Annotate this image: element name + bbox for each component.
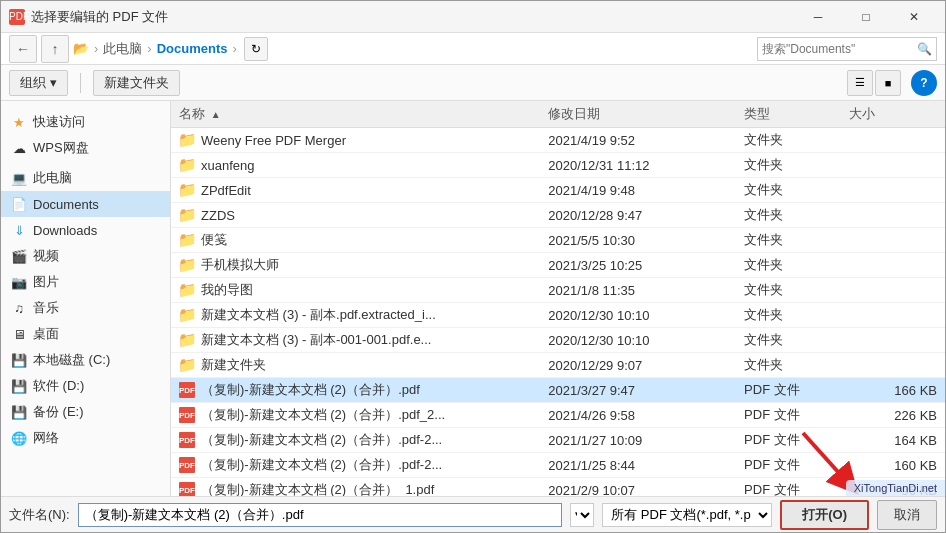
file-date-cell: 2020/12/30 10:10 <box>540 328 736 353</box>
search-box: 🔍 <box>757 37 937 61</box>
sidebar-item-this-pc[interactable]: 💻 此电脑 <box>1 165 170 191</box>
video-icon: 🎬 <box>11 248 27 264</box>
sidebar-item-network[interactable]: 🌐 网络 <box>1 425 170 451</box>
view-details-button[interactable]: ☰ <box>847 70 873 96</box>
file-size-cell <box>841 178 945 203</box>
title-bar-left: PDF 选择要编辑的 PDF 文件 <box>9 8 168 26</box>
breadcrumb-root[interactable]: 此电脑 <box>103 40 142 58</box>
table-row[interactable]: 📁 便笺 2021/5/5 10:30 文件夹 <box>171 228 945 253</box>
file-name-cell: 📁 新建文本文档 (3) - 副本.pdf.extracted_i... <box>171 303 540 328</box>
back-button[interactable]: ← <box>9 35 37 63</box>
file-date-cell: 2021/1/25 8:44 <box>540 453 736 478</box>
table-row[interactable]: 📁 我的导图 2021/1/8 11:35 文件夹 <box>171 278 945 303</box>
sidebar-label-wps: WPS网盘 <box>33 139 89 157</box>
breadcrumb-sep3: › <box>232 41 236 56</box>
table-row[interactable]: 📁 新建文本文档 (3) - 副本-001-001.pdf.e... 2020/… <box>171 328 945 353</box>
drive-d-icon: 💾 <box>11 378 27 394</box>
up-button[interactable]: ↑ <box>41 35 69 63</box>
filename-input[interactable] <box>78 503 563 527</box>
column-header-size[interactable]: 大小 <box>841 101 945 128</box>
minimize-button[interactable]: ─ <box>795 1 841 33</box>
breadcrumb-pc[interactable]: 📂 <box>73 41 89 56</box>
file-type-cell: PDF 文件 <box>736 403 840 428</box>
sidebar-item-pictures[interactable]: 📷 图片 <box>1 269 170 295</box>
sidebar-label-downloads: Downloads <box>33 223 97 238</box>
sort-indicator: ▲ <box>211 109 221 120</box>
file-size-cell <box>841 253 945 278</box>
filetype-dropdown[interactable]: 所有 PDF 文档(*.pdf, *.pdf) <box>602 503 772 527</box>
drive-c-icon: 💾 <box>11 352 27 368</box>
table-row[interactable]: 📁 ZPdfEdit 2021/4/19 9:48 文件夹 <box>171 178 945 203</box>
close-button[interactable]: ✕ <box>891 1 937 33</box>
folder-icon: 📁 <box>179 157 195 173</box>
drive-e-icon: 💾 <box>11 404 27 420</box>
file-name: （复制)-新建文本文档 (2)（合并）.pdf-2... <box>201 431 442 449</box>
file-name-cell: 📁 Weeny Free PDF Merger <box>171 128 540 153</box>
sidebar-item-videos[interactable]: 🎬 视频 <box>1 243 170 269</box>
view-icon-button[interactable]: ■ <box>875 70 901 96</box>
sidebar-label-desktop: 桌面 <box>33 325 59 343</box>
file-name-cell: 📁 ZPdfEdit <box>171 178 540 203</box>
file-type-cell: 文件夹 <box>736 228 840 253</box>
sidebar-label-music: 音乐 <box>33 299 59 317</box>
pictures-icon: 📷 <box>11 274 27 290</box>
sidebar-item-drive-e[interactable]: 💾 备份 (E:) <box>1 399 170 425</box>
file-date-cell: 2021/1/27 10:09 <box>540 428 736 453</box>
refresh-button[interactable]: ↻ <box>244 37 268 61</box>
music-icon: ♫ <box>11 300 27 316</box>
file-name-cell: 📁 我的导图 <box>171 278 540 303</box>
breadcrumb-current[interactable]: Documents <box>157 41 228 56</box>
sidebar-item-quick-access[interactable]: ★ 快速访问 <box>1 109 170 135</box>
file-name: （复制)-新建文本文档 (2)（合并）.pdf <box>201 381 420 399</box>
sidebar-item-drive-d[interactable]: 💾 软件 (D:) <box>1 373 170 399</box>
file-name-cell: PDF （复制)-新建文本文档 (2)（合并）_1.pdf <box>171 478 540 497</box>
network-icon: 🌐 <box>11 430 27 446</box>
sidebar-label-drive-c: 本地磁盘 (C:) <box>33 351 110 369</box>
open-button[interactable]: 打开(O) <box>780 500 869 530</box>
sidebar-label-quick-access: 快速访问 <box>33 113 85 131</box>
desktop-icon: 🖥 <box>11 326 27 342</box>
table-row[interactable]: 📁 ZZDS 2020/12/28 9:47 文件夹 <box>171 203 945 228</box>
table-row[interactable]: 📁 手机模拟大师 2021/3/25 10:25 文件夹 <box>171 253 945 278</box>
filename-dropdown[interactable]: ▾ <box>570 503 594 527</box>
file-date-cell: 2020/12/30 10:10 <box>540 303 736 328</box>
column-header-name[interactable]: 名称 ▲ <box>171 101 540 128</box>
file-name: 手机模拟大师 <box>201 256 279 274</box>
folder-icon: 📁 <box>179 307 195 323</box>
table-row[interactable]: 📁 Weeny Free PDF Merger 2021/4/19 9:52 文… <box>171 128 945 153</box>
column-header-type[interactable]: 类型 <box>736 101 840 128</box>
cancel-button[interactable]: 取消 <box>877 500 937 530</box>
column-header-date[interactable]: 修改日期 <box>540 101 736 128</box>
pdf-file-icon: PDF <box>179 482 195 496</box>
file-name: xuanfeng <box>201 158 255 173</box>
download-icon: ⇓ <box>11 222 27 238</box>
new-folder-button[interactable]: 新建文件夹 <box>93 70 180 96</box>
pdf-file-icon: PDF <box>179 457 195 473</box>
pdf-file-icon: PDF <box>179 407 195 423</box>
sidebar-item-wps[interactable]: ☁ WPS网盘 <box>1 135 170 161</box>
file-date-cell: 2021/3/27 9:47 <box>540 378 736 403</box>
sidebar-item-desktop[interactable]: 🖥 桌面 <box>1 321 170 347</box>
file-name-cell: PDF （复制)-新建文本文档 (2)（合并）.pdf_2... <box>171 403 540 428</box>
sidebar-item-downloads[interactable]: ⇓ Downloads <box>1 217 170 243</box>
file-type-cell: 文件夹 <box>736 253 840 278</box>
sidebar-item-drive-c[interactable]: 💾 本地磁盘 (C:) <box>1 347 170 373</box>
sidebar-item-documents[interactable]: 📄 Documents <box>1 191 170 217</box>
table-row[interactable]: 📁 新建文本文档 (3) - 副本.pdf.extracted_i... 202… <box>171 303 945 328</box>
file-date-cell: 2021/4/19 9:48 <box>540 178 736 203</box>
table-row[interactable]: PDF （复制)-新建文本文档 (2)（合并）.pdf 2021/3/27 9:… <box>171 378 945 403</box>
table-row[interactable]: PDF （复制)-新建文本文档 (2)（合并）.pdf_2... 2021/4/… <box>171 403 945 428</box>
file-size-cell <box>841 128 945 153</box>
sidebar-item-music[interactable]: ♫ 音乐 <box>1 295 170 321</box>
maximize-button[interactable]: □ <box>843 1 889 33</box>
help-button[interactable]: ? <box>911 70 937 96</box>
search-icon[interactable]: 🔍 <box>917 42 932 56</box>
file-name-cell: 📁 ZZDS <box>171 203 540 228</box>
file-dialog: PDF 选择要编辑的 PDF 文件 ─ □ ✕ ← ↑ 📂 › 此电脑 › Do… <box>0 0 946 533</box>
sidebar-label-documents: Documents <box>33 197 99 212</box>
search-input[interactable] <box>762 42 917 56</box>
organize-button[interactable]: 组织 ▾ <box>9 70 68 96</box>
folder-icon: 📁 <box>179 282 195 298</box>
table-row[interactable]: 📁 新建文件夹 2020/12/29 9:07 文件夹 <box>171 353 945 378</box>
table-row[interactable]: 📁 xuanfeng 2020/12/31 11:12 文件夹 <box>171 153 945 178</box>
